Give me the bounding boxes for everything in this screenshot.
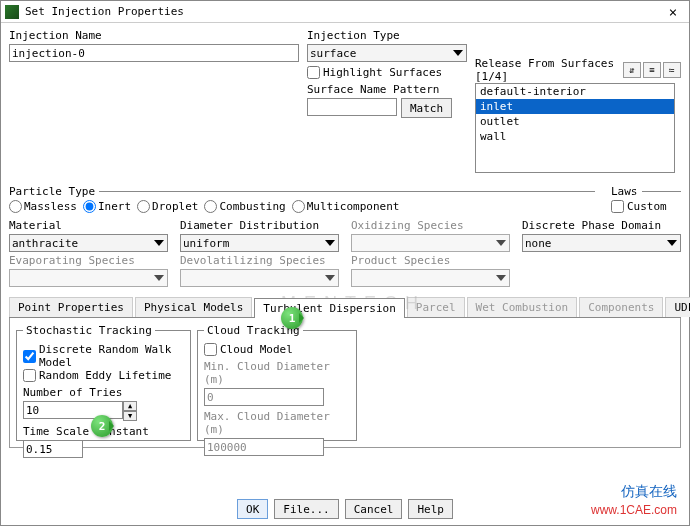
- ok-button[interactable]: OK: [237, 499, 268, 519]
- tab[interactable]: UDF: [665, 297, 690, 317]
- callout-badge-1: 1: [281, 307, 303, 329]
- spin-up-icon[interactable]: ▲: [123, 401, 137, 411]
- oxidizing-label: Oxidizing Species: [351, 219, 510, 232]
- spin-down-icon[interactable]: ▼: [123, 411, 137, 421]
- devol-select: [180, 269, 339, 287]
- material-label: Material: [9, 219, 168, 232]
- evap-select: [9, 269, 168, 287]
- tab: Components: [579, 297, 663, 317]
- list-item[interactable]: inlet: [476, 99, 674, 114]
- release-surfaces-label: Release From Surfaces [1/4]: [475, 57, 623, 83]
- cancel-button[interactable]: Cancel: [345, 499, 403, 519]
- injection-type-select[interactable]: surface: [307, 44, 467, 62]
- drwm-label: Discrete Random Walk Model: [39, 343, 184, 369]
- cloud-model-row[interactable]: Cloud Model: [204, 343, 350, 356]
- dialog-window: Set Injection Properties × Injection Nam…: [0, 0, 690, 526]
- injection-name-input[interactable]: [9, 44, 299, 62]
- particle-type-group: Particle Type Massless Inert Droplet Com…: [9, 185, 595, 213]
- tab: Parcel: [407, 297, 465, 317]
- cloud-min-label: Min. Cloud Diameter (m): [204, 360, 350, 386]
- cloud-model-checkbox[interactable]: [204, 343, 217, 356]
- dpd-select[interactable]: none: [522, 234, 681, 252]
- list-item[interactable]: outlet: [476, 114, 674, 129]
- titlebar: Set Injection Properties ×: [1, 1, 689, 23]
- callout-badge-2: 2: [91, 415, 113, 437]
- list-item[interactable]: wall: [476, 129, 674, 144]
- surfaces-deselect-icon[interactable]: ≔: [663, 62, 681, 78]
- tries-label: Number of Tries: [23, 386, 184, 399]
- rel-row[interactable]: Random Eddy Lifetime: [23, 369, 184, 382]
- highlight-surfaces-label: Highlight Surfaces: [323, 66, 442, 79]
- match-button[interactable]: Match: [401, 98, 452, 118]
- highlight-surfaces-row[interactable]: Highlight Surfaces: [307, 66, 467, 79]
- laws-custom-label: Custom: [627, 200, 667, 213]
- drwm-checkbox[interactable]: [23, 350, 36, 363]
- cloud-max-label: Max. Cloud Diameter (m): [204, 410, 350, 436]
- laws-legend: Laws: [611, 185, 642, 198]
- help-button[interactable]: Help: [408, 499, 453, 519]
- highlight-surfaces-checkbox[interactable]: [307, 66, 320, 79]
- laws-custom-checkbox[interactable]: [611, 200, 624, 213]
- list-item[interactable]: default-interior: [476, 84, 674, 99]
- surfaces-sort-icon[interactable]: ⇵: [623, 62, 641, 78]
- surface-name-pattern-label: Surface Name Pattern: [307, 83, 467, 96]
- rel-checkbox[interactable]: [23, 369, 36, 382]
- diameter-dist-select[interactable]: uniform: [180, 234, 339, 252]
- button-bar: OK File... Cancel Help: [1, 499, 689, 519]
- evap-label: Evaporating Species: [9, 254, 168, 267]
- tab-bar: Point PropertiesPhysical ModelsTurbulent…: [9, 297, 681, 318]
- cloud-model-label: Cloud Model: [220, 343, 293, 356]
- cloud-min-input: [204, 388, 324, 406]
- surfaces-select-all-icon[interactable]: ≡: [643, 62, 661, 78]
- file-button[interactable]: File...: [274, 499, 338, 519]
- tab[interactable]: Physical Models: [135, 297, 252, 317]
- window-title: Set Injection Properties: [25, 5, 661, 18]
- oxidizing-select: [351, 234, 510, 252]
- cloud-tracking-group: Cloud Tracking Cloud Model Min. Cloud Di…: [197, 324, 357, 441]
- material-select[interactable]: anthracite: [9, 234, 168, 252]
- particle-type-option[interactable]: Droplet: [137, 200, 198, 213]
- devol-label: Devolatilizing Species: [180, 254, 339, 267]
- diameter-dist-label: Diameter Distribution: [180, 219, 339, 232]
- laws-group: Laws Custom: [611, 185, 681, 213]
- particle-type-option[interactable]: Inert: [83, 200, 131, 213]
- tab: Wet Combustion: [467, 297, 578, 317]
- cloud-max-input: [204, 438, 324, 456]
- product-select: [351, 269, 510, 287]
- tab[interactable]: Point Properties: [9, 297, 133, 317]
- close-icon[interactable]: ×: [661, 4, 685, 20]
- app-icon: [5, 5, 19, 19]
- injection-type-label: Injection Type: [307, 29, 467, 42]
- injection-name-label: Injection Name: [9, 29, 299, 42]
- particle-type-option[interactable]: Massless: [9, 200, 77, 213]
- surface-name-pattern-input[interactable]: [307, 98, 397, 116]
- rel-label: Random Eddy Lifetime: [39, 369, 171, 382]
- dialog-content: Injection Name Injection Type surface Hi…: [1, 23, 689, 493]
- drwm-row[interactable]: Discrete Random Walk Model: [23, 343, 184, 369]
- tsc-input[interactable]: [23, 440, 83, 458]
- particle-type-option[interactable]: Multicomponent: [292, 200, 400, 213]
- tab[interactable]: Turbulent Dispersion: [254, 298, 404, 318]
- stochastic-legend: Stochastic Tracking: [23, 324, 155, 337]
- particle-type-legend: Particle Type: [9, 185, 99, 198]
- release-surfaces-listbox[interactable]: default-interiorinletoutletwall: [475, 83, 675, 173]
- product-label: Product Species: [351, 254, 510, 267]
- dpd-label: Discrete Phase Domain: [522, 219, 681, 232]
- laws-custom-row[interactable]: Custom: [611, 200, 681, 213]
- particle-type-option[interactable]: Combusting: [204, 200, 285, 213]
